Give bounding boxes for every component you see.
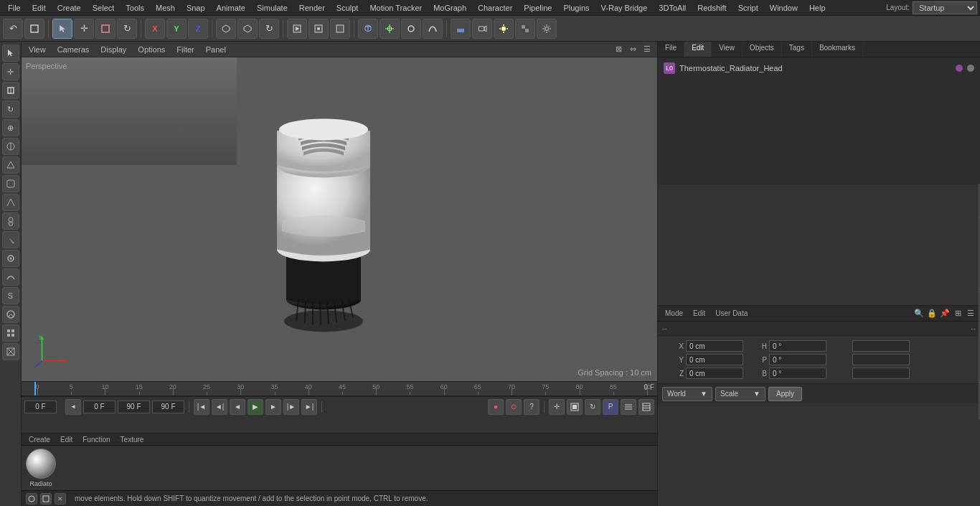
z-pos-input[interactable]: 0 cm xyxy=(686,367,743,379)
tool-rotate[interactable]: ↻ xyxy=(2,100,19,118)
attr-userdata-btn[interactable]: User Data xyxy=(712,308,750,319)
material-texture-btn[interactable]: Texture xyxy=(118,435,147,444)
menu-render[interactable]: Render xyxy=(294,2,330,14)
viewport-arrows-icon[interactable]: ⇔ xyxy=(627,44,639,55)
key-all-button[interactable]: ? xyxy=(524,399,540,415)
attr-search-icon[interactable]: 🔍 xyxy=(914,309,924,319)
menu-edit[interactable]: Edit xyxy=(27,2,51,14)
material-item[interactable]: Radiato xyxy=(26,449,56,487)
film-icon-button[interactable] xyxy=(639,399,654,415)
go-start-button[interactable]: |◄ xyxy=(194,399,209,415)
tweak-button[interactable] xyxy=(567,399,583,415)
tab-bookmarks[interactable]: Bookmarks xyxy=(812,42,863,57)
menu-animate[interactable]: Animate xyxy=(212,2,250,14)
render-settings-button[interactable] xyxy=(330,19,350,39)
tab-file[interactable]: File xyxy=(658,42,684,57)
ipr-button[interactable] xyxy=(308,19,329,39)
start-frame-field[interactable] xyxy=(83,400,116,413)
menu-sculpt[interactable]: Sculpt xyxy=(331,2,364,14)
move-button[interactable]: ✛ xyxy=(74,19,94,39)
menu-3dtoall[interactable]: 3DToAll xyxy=(654,2,691,14)
tool-3[interactable] xyxy=(2,175,19,192)
material-function-btn[interactable]: Function xyxy=(80,435,113,444)
tool-9[interactable] xyxy=(2,324,19,342)
material-create-btn[interactable]: Create xyxy=(26,435,53,444)
tool-transform[interactable]: ⊕ xyxy=(2,119,19,136)
floor-button[interactable] xyxy=(451,19,471,39)
camera-button[interactable] xyxy=(472,19,492,39)
p-input[interactable]: 0 ° xyxy=(769,354,826,365)
viewport-menu-view[interactable]: View xyxy=(26,44,49,55)
attr-menu-icon[interactable]: ☰ xyxy=(966,309,976,319)
viewport-menu-cameras[interactable]: Cameras xyxy=(55,44,93,55)
settings-button[interactable] xyxy=(537,19,557,39)
dope-sheet-button[interactable] xyxy=(621,399,636,415)
rotate-button[interactable]: ↻ xyxy=(117,19,137,39)
menu-create[interactable]: Create xyxy=(52,2,86,14)
tool-knife[interactable] xyxy=(2,231,19,248)
checkerboard-button[interactable] xyxy=(515,19,535,39)
motion-path-button[interactable]: ✛ xyxy=(549,399,565,415)
attr-mode-btn[interactable]: Mode xyxy=(662,308,686,319)
tool-10[interactable] xyxy=(2,343,19,360)
tool-move[interactable]: ✛ xyxy=(2,63,19,80)
tool-1[interactable] xyxy=(2,138,19,155)
menu-snap[interactable]: Snap xyxy=(182,2,210,14)
viewport-menu-filter[interactable]: Filter xyxy=(174,44,197,55)
bezier-tool-button[interactable] xyxy=(423,19,443,39)
tab-objects[interactable]: Objects xyxy=(743,42,782,57)
object-render-dot[interactable] xyxy=(967,65,974,72)
menu-tools[interactable]: Tools xyxy=(121,2,149,14)
select-mode-button[interactable] xyxy=(52,19,72,39)
light-button[interactable] xyxy=(494,19,514,39)
material-edit-btn[interactable]: Edit xyxy=(57,435,75,444)
record-pos-button[interactable]: P xyxy=(603,399,618,415)
tab-edit[interactable]: Edit xyxy=(684,42,712,57)
viewport-menu-panel[interactable]: Panel xyxy=(203,44,229,55)
tool-scale[interactable] xyxy=(2,82,19,99)
tool-paint[interactable] xyxy=(2,250,19,267)
viewport-maximize-icon[interactable]: ⊠ xyxy=(613,44,624,55)
auto-key-button[interactable]: ⊙ xyxy=(506,399,522,415)
scale-dropdown[interactable]: Scale ▼ xyxy=(715,387,765,401)
y-pos-input[interactable]: 0 cm xyxy=(686,354,743,365)
tab-view[interactable]: View xyxy=(712,42,743,57)
attr-pin-icon[interactable]: 📌 xyxy=(940,309,950,319)
status-icon-3[interactable]: ✕ xyxy=(55,493,66,505)
redo-button[interactable] xyxy=(24,19,44,39)
end-frame-field[interactable] xyxy=(118,400,150,413)
menu-select[interactable]: Select xyxy=(88,2,120,14)
motion-clip-button[interactable]: ↻ xyxy=(585,399,600,415)
menu-script[interactable]: Script xyxy=(733,2,763,14)
timeline-ruler[interactable]: 051015202530354045505560657075808590 0 F xyxy=(22,382,657,396)
brush-tool-button[interactable] xyxy=(401,19,421,39)
world-dropdown[interactable]: World ▼ xyxy=(662,387,712,401)
axis-y-button[interactable]: Y xyxy=(166,19,187,39)
prev-frame-input-btn[interactable]: ◄ xyxy=(65,399,81,415)
menu-character[interactable]: Character xyxy=(473,2,517,14)
undo-button[interactable]: ↶ xyxy=(3,19,23,39)
axis-x-button[interactable]: X xyxy=(145,19,165,39)
play-button[interactable]: ▶ xyxy=(248,399,263,415)
next-key-button[interactable]: |► xyxy=(283,399,299,415)
add-point-button[interactable] xyxy=(380,19,400,39)
attr-edit-btn[interactable]: Edit xyxy=(690,308,708,319)
start-frame-input[interactable] xyxy=(24,400,57,413)
prev-key-button[interactable]: ◄| xyxy=(212,399,227,415)
fps-field[interactable] xyxy=(152,400,184,413)
menu-mesh[interactable]: Mesh xyxy=(151,2,180,14)
tool-6[interactable] xyxy=(2,268,19,286)
next-frame-button[interactable]: ► xyxy=(265,399,281,415)
object-visibility-dot[interactable] xyxy=(956,65,963,72)
status-icon-1[interactable] xyxy=(26,493,37,505)
box-select-button[interactable] xyxy=(95,19,116,39)
menu-pipeline[interactable]: Pipeline xyxy=(519,2,557,14)
tool-4[interactable] xyxy=(2,194,19,211)
viewport-menu-display[interactable]: Display xyxy=(98,44,129,55)
render-view-button[interactable] xyxy=(287,19,307,39)
cube-button[interactable] xyxy=(358,19,378,39)
menu-simulate[interactable]: Simulate xyxy=(252,2,293,14)
polygon-mode-button[interactable] xyxy=(237,19,258,39)
viewport-lock-icon[interactable]: ☰ xyxy=(641,44,653,55)
h-input[interactable]: 0 ° xyxy=(769,340,826,352)
